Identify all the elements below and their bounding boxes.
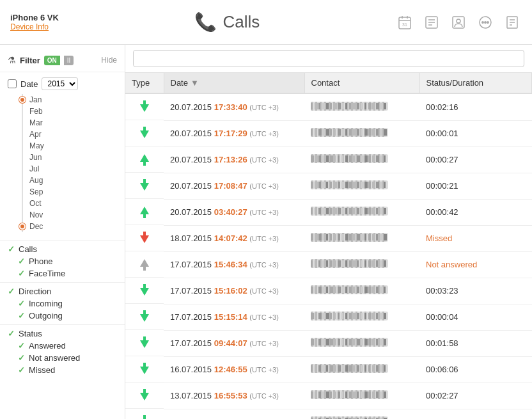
status-cell: 00:02:16 xyxy=(419,93,532,120)
svg-rect-168 xyxy=(368,260,372,267)
chat-icon[interactable] xyxy=(476,13,495,32)
svg-rect-160 xyxy=(338,260,341,267)
svg-rect-101 xyxy=(364,182,368,188)
month-jan[interactable]: Jan xyxy=(19,94,117,106)
table-row: 17.07.2015 09:44:07 (UTC +3) 00:01:58 xyxy=(125,330,532,356)
col-date[interactable]: Date▼ xyxy=(164,73,304,93)
svg-rect-281 xyxy=(380,391,382,398)
month-dot-oct xyxy=(19,200,26,207)
svg-rect-218 xyxy=(143,336,146,342)
page-title: Calls xyxy=(223,12,260,32)
month-sep[interactable]: Sep xyxy=(19,186,117,198)
contact-cell xyxy=(304,146,419,173)
col-contact[interactable]: Contact xyxy=(304,73,419,93)
svg-rect-137 xyxy=(334,234,336,241)
svg-rect-253 xyxy=(357,365,359,372)
svg-rect-227 xyxy=(341,339,343,345)
svg-rect-59 xyxy=(372,129,375,136)
year-select[interactable]: 2015 xyxy=(42,77,78,90)
content: Type Date▼ Contact Status/Duration 20.07… xyxy=(125,45,532,419)
date-cell: 20.07.2015 17:08:47 (UTC +3) xyxy=(164,173,304,199)
hide-button[interactable]: Hide xyxy=(101,56,117,65)
month-dot-jun xyxy=(19,154,26,161)
svg-rect-121 xyxy=(357,208,359,214)
month-apr[interactable]: Apr xyxy=(19,129,117,140)
outgoing-label: Outgoing xyxy=(29,311,63,320)
filter-phone[interactable]: ✓ Phone xyxy=(0,255,125,267)
svg-rect-266 xyxy=(322,391,324,398)
filter-incoming[interactable]: ✓ Incoming xyxy=(0,297,125,310)
date-cell: 20.07.2015 17:13:26 (UTC +3) xyxy=(164,146,304,173)
contact-cell xyxy=(304,93,419,120)
month-feb[interactable]: Feb xyxy=(19,106,117,117)
status-cell: 00:00:21 xyxy=(419,173,532,199)
col-status[interactable]: Status/Duration xyxy=(419,73,532,93)
date-cell: 20.07.2015 03:40:27 (UTC +3) xyxy=(164,199,304,225)
svg-rect-65 xyxy=(311,155,314,162)
month-oct[interactable]: Oct xyxy=(19,198,117,209)
svg-rect-105 xyxy=(380,182,382,188)
month-dot-aug xyxy=(19,177,26,184)
notes-icon[interactable] xyxy=(503,13,522,32)
person-icon[interactable] xyxy=(449,13,468,32)
filter-toggle-off[interactable]: II xyxy=(64,56,74,65)
type-cell xyxy=(125,409,164,419)
svg-rect-110 xyxy=(315,208,317,214)
svg-rect-280 xyxy=(376,391,379,398)
month-jul[interactable]: Jul xyxy=(19,163,117,175)
col-type[interactable]: Type xyxy=(125,73,164,93)
date-cell: 17.07.2015 15:16:02 (UTC +3) xyxy=(164,278,304,304)
svg-rect-133 xyxy=(318,234,322,241)
svg-rect-244 xyxy=(322,365,325,372)
month-nov[interactable]: Nov xyxy=(19,209,117,221)
filter-missed[interactable]: ✓ Missed xyxy=(0,364,125,376)
main-layout: ⚗ Filter ON II Hide Date 2015 xyxy=(0,45,532,419)
contact-cell xyxy=(304,173,419,199)
filter-outgoing[interactable]: ✓ Outgoing xyxy=(0,310,125,322)
status-cell: 00:00:42 xyxy=(419,199,532,225)
svg-rect-79 xyxy=(364,155,368,162)
svg-rect-164 xyxy=(353,260,356,267)
svg-rect-238 xyxy=(384,339,386,345)
svg-rect-140 xyxy=(345,234,348,241)
month-aug[interactable]: Aug xyxy=(19,175,117,186)
svg-rect-198 xyxy=(315,313,317,319)
missed-label: Missed xyxy=(29,365,55,375)
month-dec[interactable]: Dec xyxy=(19,221,117,232)
svg-rect-174 xyxy=(143,284,146,289)
device-link[interactable]: Device Info xyxy=(10,22,59,31)
contacts-icon[interactable] xyxy=(422,13,441,32)
svg-rect-264 xyxy=(315,391,317,398)
month-jun[interactable]: Jun xyxy=(19,152,117,163)
filter-answered[interactable]: ✓ Answered xyxy=(0,340,125,352)
header-left: iPhone 6 VK Device Info xyxy=(10,13,59,31)
svg-rect-181 xyxy=(334,287,336,293)
filter-toggle-on[interactable]: ON xyxy=(44,56,60,65)
month-timeline: Jan Feb Mar Apr xyxy=(8,94,117,232)
svg-rect-196 xyxy=(143,310,146,315)
svg-rect-148 xyxy=(376,234,378,241)
month-may[interactable]: May xyxy=(19,140,117,152)
svg-rect-166 xyxy=(361,260,363,267)
month-mar[interactable]: Mar xyxy=(19,117,117,129)
header-center: 📞 Calls xyxy=(194,12,260,33)
svg-rect-123 xyxy=(364,208,368,214)
table-row: 20.07.2015 03:40:27 (UTC +3) 00:00:42 xyxy=(125,199,532,225)
search-input[interactable] xyxy=(133,50,524,67)
status-cell: 00:00:38 xyxy=(419,409,532,419)
svg-rect-191 xyxy=(372,287,374,293)
svg-rect-106 xyxy=(384,182,386,188)
calendar-icon[interactable]: 31 xyxy=(395,13,414,32)
svg-rect-90 xyxy=(322,182,325,188)
date-checkbox[interactable] xyxy=(8,79,17,88)
filter-facetime[interactable]: ✓ FaceTime xyxy=(0,267,125,280)
svg-rect-36 xyxy=(368,103,372,109)
svg-rect-209 xyxy=(357,313,359,319)
date-cell: 20.07.2015 17:17:29 (UTC +3) xyxy=(164,120,304,146)
svg-rect-49 xyxy=(334,129,336,136)
filter-not-answered[interactable]: ✓ Not answered xyxy=(0,352,125,364)
svg-rect-55 xyxy=(357,129,359,136)
table-container[interactable]: Type Date▼ Contact Status/Duration 20.07… xyxy=(125,73,532,419)
svg-rect-230 xyxy=(353,339,355,345)
svg-rect-165 xyxy=(357,260,359,267)
